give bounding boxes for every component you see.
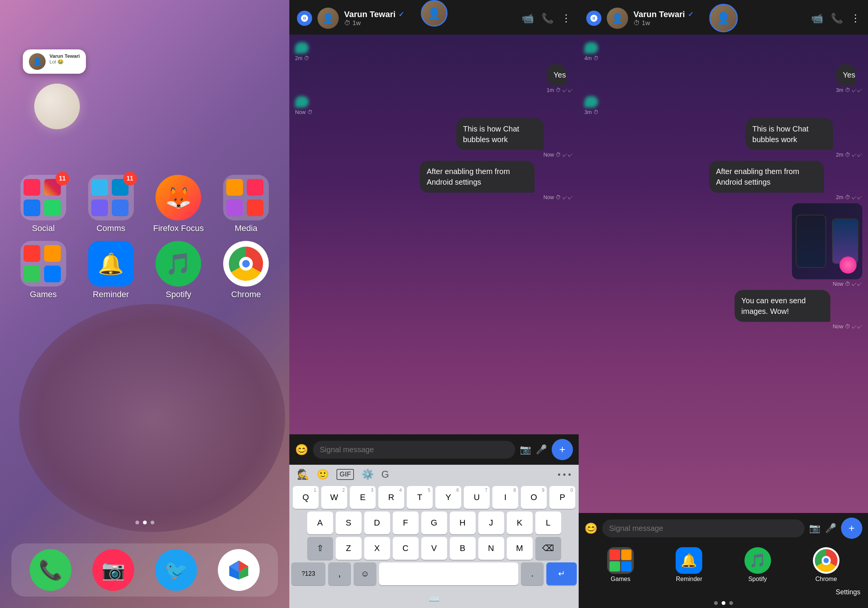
key-v[interactable]: V [421,537,447,560]
key-emoji[interactable]: ☺ [354,562,376,585]
right-dock-games[interactable]: Games [607,547,634,583]
right-mic-button[interactable]: 🎤 [825,523,836,534]
spotify-app-icon: 🎵 [156,241,201,287]
right-send-button[interactable]: + [841,518,862,539]
dock-camera[interactable]: 📷 [92,549,134,591]
right-dock-spotify[interactable]: 🎵 Spotify [744,547,771,583]
key-i[interactable]: 8I [492,486,518,509]
key-d[interactable]: D [364,511,390,534]
media-folder[interactable]: Media [214,175,278,233]
key-l[interactable]: L [535,511,561,534]
send-button[interactable]: + [552,439,573,460]
dock-twitter[interactable]: 🐦 [155,549,197,591]
right-message-1: 4m ⏱ [584,42,598,61]
key-e[interactable]: 3E [350,486,376,509]
kb-settings-icon[interactable]: ⚙️ [362,469,374,480]
yes-bubble: Yes [547,64,567,86]
key-numbers[interactable]: ?123 [291,562,325,585]
blurred-message-1 [295,42,309,54]
message-received-2: Now ⏱ [295,96,313,115]
key-n[interactable]: N [478,537,504,560]
right-emoji-button[interactable]: 😊 [584,522,598,535]
key-q[interactable]: 1Q [293,486,319,509]
keyboard-row-zxc: ⇧ Z X C V B N M ⌫ [291,537,577,560]
kb-sticker-icon[interactable]: 🙂 [317,469,329,480]
notification-bubble[interactable]: 👤 Varun Tewari Lol 😂 [23,49,86,74]
key-z[interactable]: Z [336,537,362,560]
message-input[interactable] [313,441,515,459]
comms-folder[interactable]: 11 Comms [79,175,143,233]
kb-translate-icon[interactable]: G [381,469,389,480]
dock-phone[interactable]: 📞 [30,549,71,591]
key-a[interactable]: A [307,511,333,534]
key-f[interactable]: F [393,511,419,534]
key-b[interactable]: B [450,537,476,560]
right-dock-reminder[interactable]: 🔔 Reminder [676,547,702,583]
dock-maps[interactable] [218,549,260,591]
key-r[interactable]: 4R [378,486,404,509]
key-backspace[interactable]: ⌫ [535,537,561,560]
key-comma[interactable]: , [328,562,351,585]
key-space[interactable] [379,562,518,585]
right-games-label: Games [611,576,630,583]
keyboard-row-bottom: ?123 , ☺ . ↵ [291,562,577,585]
spotify-icon[interactable]: 🎵 Spotify [147,241,211,299]
kb-more-button[interactable]: • • • [558,470,571,480]
app-grid: 11 Social 11 Comms 🦊 Firefox Focus [11,175,278,299]
key-m[interactable]: M [507,537,533,560]
right-message-input[interactable] [602,519,805,537]
right-chat-bubble[interactable]: 👤 [709,4,738,32]
settings-label[interactable]: Settings [836,588,860,596]
kb-gif-button[interactable]: GIF [336,469,354,480]
mic-button[interactable]: 🎤 [536,444,547,455]
right-video-call-button[interactable]: 📹 [811,13,823,24]
key-period[interactable]: . [521,562,544,585]
key-x[interactable]: X [364,537,390,560]
phone-1 [796,215,826,268]
key-p[interactable]: 0P [549,486,575,509]
notif-message: Lol 😂 [49,59,80,65]
key-k[interactable]: K [507,511,533,534]
key-w[interactable]: 2W [321,486,347,509]
reminder-icon[interactable]: 🔔 Reminder [79,241,143,299]
right-camera-button[interactable]: 📷 [809,523,820,534]
key-j[interactable]: J [478,511,504,534]
chrome-icon[interactable]: Chrome [214,241,278,299]
games-folder[interactable]: Games [11,241,75,299]
right-message-chat-bubbles: This is how Chat bubbles work 2m ⏱ ✓✓ [746,118,862,158]
verified-icon: ✓ [398,10,404,19]
enabling-text: After enabling them from Android setting… [420,161,535,193]
right-message-enabling: After enabling them from Android setting… [709,161,862,200]
video-call-button[interactable]: 📹 [522,13,534,24]
firefox-icon[interactable]: 🦊 Firefox Focus [147,175,211,233]
right-dock-chrome[interactable]: Chrome [813,547,839,583]
right-time-image: Now ⏱ ✓✓ [792,281,862,287]
key-enter[interactable]: ↵ [546,562,577,585]
voice-call-button[interactable]: 📞 [541,13,554,24]
nav-keyboard-icon[interactable]: ⌨️ [428,594,440,604]
social-folder[interactable]: 11 Social [11,175,75,233]
right-spotify-label: Spotify [748,576,767,583]
key-t[interactable]: 5T [407,486,433,509]
key-u[interactable]: 7U [464,486,490,509]
key-s[interactable]: S [336,511,362,534]
key-h[interactable]: H [450,511,476,534]
right-contact-avatar: 👤 [607,8,628,29]
chat-bubble-indicator[interactable]: 👤 [421,0,447,27]
emoji-button[interactable]: 😊 [295,443,308,456]
reminder-app-icon: 🔔 [88,241,134,287]
key-c[interactable]: C [393,537,419,560]
key-g[interactable]: G [421,511,447,534]
key-y[interactable]: 6Y [435,486,461,509]
key-shift[interactable]: ⇧ [307,537,333,560]
key-o[interactable]: 9O [521,486,547,509]
camera-button[interactable]: 📷 [520,444,531,455]
right-more-options-button[interactable]: ⋮ [851,13,860,24]
more-options-button[interactable]: ⋮ [561,13,571,24]
firefox-label: Firefox Focus [153,223,204,233]
message-enabling: After enabling them from Android setting… [420,161,573,200]
right-time-enabling: 2m ⏱ ✓✓ [709,194,862,200]
keyboard: 1Q 2W 3E 4R 5T 6Y 7U 8I 9O 0P A S D F G … [289,484,579,590]
right-voice-call-button[interactable]: 📞 [831,13,843,24]
kb-spy-icon[interactable]: 🕵️ [297,469,309,480]
